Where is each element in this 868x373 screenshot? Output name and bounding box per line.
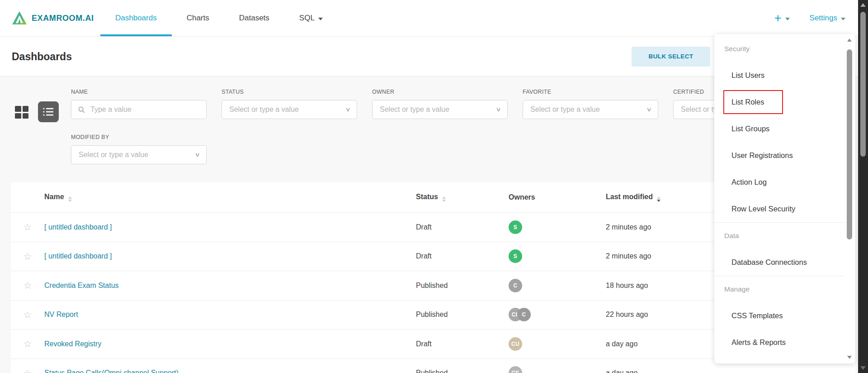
settings-section-header: Data — [714, 223, 844, 249]
scroll-up-icon[interactable] — [847, 38, 852, 42]
nav-item-charts[interactable]: Charts — [172, 0, 224, 36]
cell-name: Revoked Registry — [44, 340, 416, 348]
dashboard-link[interactable]: [ untitled dashboard ] — [44, 223, 112, 231]
chevron-down-icon: ∨ — [496, 106, 502, 113]
nav-item-sql[interactable]: SQL — [284, 0, 338, 36]
cell-status: Draft — [416, 252, 509, 260]
status-filter-select[interactable]: Select or type a value∨ — [222, 100, 357, 119]
main-nav: DashboardsChartsDatasetsSQL — [100, 0, 338, 36]
name-filter-input[interactable] — [71, 100, 207, 119]
column-header-label: Owners — [509, 193, 535, 201]
dashboard-link[interactable]: NV Report — [44, 311, 78, 318]
sort-icon[interactable] — [657, 196, 660, 202]
caret-down-icon — [318, 18, 323, 20]
caret-down-icon — [785, 18, 790, 20]
select-placeholder: Select or type a value — [229, 105, 299, 114]
favorite-star-icon[interactable]: ☆ — [11, 368, 44, 373]
dropdown-scrollbar[interactable] — [846, 38, 853, 360]
dashboard-link[interactable]: Revoked Registry — [44, 340, 101, 348]
navbar-right: + Settings — [774, 0, 845, 36]
menu-item-list-roles[interactable]: List Roles — [714, 89, 844, 115]
browser-scrollbar[interactable] — [858, 0, 868, 373]
owner-avatar[interactable]: CU — [509, 337, 522, 351]
owner-avatar[interactable]: S — [509, 249, 522, 263]
filter-label: MODIFIED BY — [71, 134, 207, 140]
favorite-star-icon[interactable]: ☆ — [11, 339, 44, 349]
filter-owner: OWNERSelect or type a value∨ — [372, 89, 508, 119]
cell-status: Published — [416, 311, 509, 319]
menu-item-label: List Groups — [731, 124, 769, 133]
filter-favorite: FAVORITESelect or type a value∨ — [523, 89, 658, 119]
dashboard-link[interactable]: Status Page Calls(Omni channel Support) — [44, 369, 179, 373]
menu-item-database-connections[interactable]: Database Connections — [714, 249, 844, 276]
favorite-star-icon[interactable]: ☆ — [11, 310, 44, 320]
owner-avatar[interactable]: CE — [509, 366, 522, 373]
dropdown-scrollbar-thumb[interactable] — [847, 49, 852, 239]
sort-up-icon — [68, 196, 72, 199]
scroll-up-icon[interactable] — [860, 3, 866, 7]
nav-item-label: Datasets — [239, 14, 269, 23]
sort-up-icon — [442, 196, 446, 199]
chevron-down-icon: ∨ — [195, 151, 201, 158]
favorite-star-icon[interactable]: ☆ — [11, 252, 44, 261]
bulk-select-button[interactable]: BULK SELECT — [632, 47, 710, 67]
sort-down-icon — [68, 200, 72, 202]
filter-name: NAME — [71, 89, 207, 119]
nav-item-datasets[interactable]: Datasets — [224, 0, 284, 36]
list-view-icon[interactable] — [38, 101, 59, 122]
menu-item-css-templates[interactable]: CSS Templates — [714, 302, 844, 329]
favorite-star-icon[interactable]: ☆ — [11, 222, 44, 232]
settings-section-manage: ManageCSS TemplatesAlerts & Reports — [714, 276, 844, 356]
menu-item-label: Row Level Security — [731, 205, 795, 213]
filter-label: FAVORITE — [523, 89, 658, 95]
menu-item-list-groups[interactable]: List Groups — [714, 115, 844, 142]
menu-item-alerts-reports[interactable]: Alerts & Reports — [714, 329, 844, 356]
owner-avatar[interactable]: C — [509, 279, 522, 292]
cell-name: Credentia Exam Status — [44, 282, 416, 290]
page-title: Dashboards — [12, 50, 72, 62]
dashboard-link[interactable]: Credentia Exam Status — [44, 282, 119, 289]
settings-menu-trigger[interactable]: Settings — [810, 14, 845, 23]
cell-status: Draft — [416, 223, 509, 231]
brand-logo[interactable]: EXAMROOM.AI — [12, 0, 94, 36]
sort-up-icon — [657, 196, 660, 199]
sort-icon[interactable] — [442, 196, 446, 202]
chevron-down-icon: ∨ — [345, 106, 351, 113]
sort-down-icon — [657, 200, 660, 202]
owner-avatar[interactable]: C — [517, 308, 531, 321]
settings-section-header: Security — [714, 36, 844, 62]
cell-owners: CLC — [509, 308, 606, 321]
new-item-menu[interactable]: + — [774, 11, 790, 25]
examroom-logo-icon — [12, 11, 27, 25]
menu-item-row-level-security[interactable]: Row Level Security — [714, 196, 844, 222]
nav-item-label: SQL — [299, 14, 315, 23]
menu-item-list-users[interactable]: List Users — [714, 62, 844, 89]
plus-icon: + — [774, 11, 782, 25]
scroll-down-icon[interactable] — [847, 356, 852, 359]
favorite-filter-select[interactable]: Select or type a value∨ — [523, 100, 658, 119]
column-header-owners: Owners — [509, 193, 606, 201]
owner-avatar[interactable]: S — [509, 220, 522, 234]
filter-modified-by: MODIFIED BYSelect or type a value∨ — [71, 134, 207, 164]
favorite-star-icon[interactable]: ☆ — [11, 281, 44, 290]
modified-by-filter-select[interactable]: Select or type a value∨ — [71, 145, 207, 164]
column-header-status[interactable]: Status — [416, 193, 509, 202]
menu-item-label: Database Connections — [731, 258, 807, 267]
dashboard-link[interactable]: [ untitled dashboard ] — [44, 252, 112, 260]
menu-item-user-registrations[interactable]: User Registrations — [714, 142, 844, 169]
nav-item-dashboards[interactable]: Dashboards — [100, 0, 172, 36]
menu-item-action-log[interactable]: Action Log — [714, 169, 844, 196]
menu-item-label: Action Log — [731, 178, 767, 186]
owner-filter-select[interactable]: Select or type a value∨ — [372, 100, 508, 119]
filter-text-input[interactable] — [90, 105, 191, 114]
sort-icon[interactable] — [68, 196, 72, 202]
card-view-icon[interactable] — [15, 106, 28, 119]
cell-name: NV Report — [44, 311, 416, 319]
browser-scrollbar-thumb[interactable] — [860, 12, 866, 157]
cell-name: [ untitled dashboard ] — [44, 223, 416, 231]
cell-owners: C — [509, 279, 606, 292]
column-header-name[interactable]: Name — [44, 193, 416, 202]
scroll-down-icon[interactable] — [860, 366, 866, 370]
cell-owners: S — [509, 249, 606, 263]
settings-label: Settings — [810, 14, 837, 23]
